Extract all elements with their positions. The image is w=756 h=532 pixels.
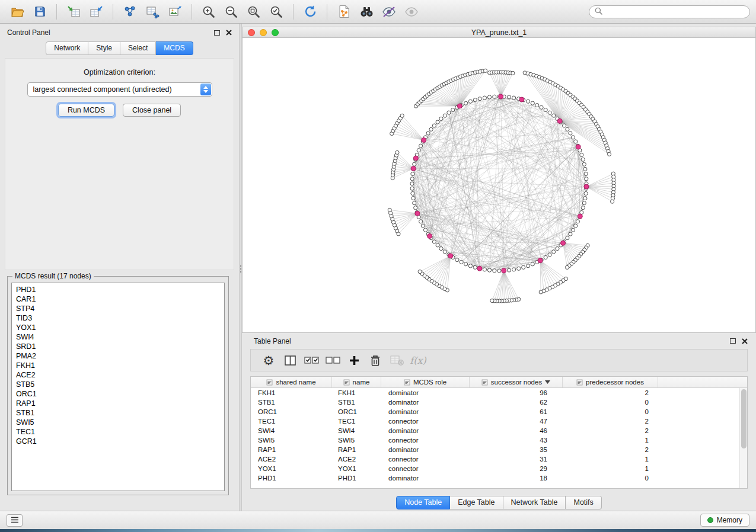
table-header: shared namenameMCDS rolesuccessor nodesp… bbox=[251, 377, 747, 388]
mcds-result-item[interactable]: PHD1 bbox=[16, 285, 224, 294]
mcds-result-item[interactable]: STB5 bbox=[16, 380, 224, 389]
mcds-result-item[interactable]: TEC1 bbox=[16, 427, 224, 437]
table-row[interactable]: FKH1FKH1dominator962 bbox=[251, 388, 739, 398]
column-header-MCDS-role[interactable]: MCDS role bbox=[381, 377, 470, 387]
toolbar-separator bbox=[327, 4, 327, 20]
tab-network[interactable]: Network bbox=[46, 41, 88, 55]
optimization-dropdown-value: largest connected component (undirected) bbox=[33, 85, 172, 94]
run-mcds-button[interactable]: Run MCDS bbox=[58, 104, 114, 117]
mcds-result-item[interactable]: SRD1 bbox=[16, 342, 224, 351]
save-session-icon[interactable] bbox=[29, 2, 50, 21]
tab-select[interactable]: Select bbox=[120, 41, 156, 55]
window-minimize-icon[interactable] bbox=[260, 29, 267, 36]
cell: 1 bbox=[563, 464, 658, 473]
column-header-successor-nodes[interactable]: successor nodes bbox=[470, 377, 563, 387]
hide-details-icon[interactable] bbox=[378, 2, 400, 21]
tab-motifs[interactable]: Motifs bbox=[566, 496, 601, 509]
zoom-out-icon[interactable] bbox=[221, 2, 242, 21]
zoom-in-icon[interactable] bbox=[198, 2, 219, 21]
mcds-result-item[interactable]: ORC1 bbox=[16, 389, 224, 399]
cell: dominator bbox=[381, 426, 470, 435]
table-body: FKH1FKH1dominator962STB1STB1dominator620… bbox=[251, 388, 739, 488]
table-row[interactable]: SWI4SWI4dominator462 bbox=[251, 426, 739, 435]
mcds-result-item[interactable]: STB1 bbox=[16, 408, 224, 418]
search-box[interactable] bbox=[589, 5, 750, 18]
search-binoculars-icon[interactable] bbox=[356, 2, 377, 21]
window-maximize-icon[interactable] bbox=[272, 29, 279, 36]
refresh-layout-icon[interactable] bbox=[299, 2, 321, 21]
column-header-shared-name[interactable]: shared name bbox=[251, 377, 332, 387]
dropdown-stepper-icon[interactable] bbox=[200, 84, 211, 95]
cell: 18 bbox=[470, 473, 563, 483]
table-row[interactable]: PHD1PHD1dominator180 bbox=[251, 473, 739, 483]
cell: SWI4 bbox=[251, 426, 332, 435]
mcds-result-item[interactable]: PMA2 bbox=[16, 351, 224, 361]
search-input[interactable] bbox=[606, 8, 744, 16]
new-network-icon[interactable] bbox=[119, 2, 141, 21]
mcds-result-list[interactable]: PHD1CAR1STP4TID3YOX1SWI4SRD1PMA2FKH1ACE2… bbox=[11, 283, 225, 491]
control-panel-tabs: NetworkStyleSelectMCDS bbox=[0, 41, 239, 55]
mcds-result-item[interactable]: GCR1 bbox=[16, 437, 224, 446]
table-row[interactable]: TEC1TEC1connector472 bbox=[251, 416, 739, 426]
network-title: YPA_prune.txt_1 bbox=[243, 28, 755, 37]
cell: SWI4 bbox=[332, 426, 381, 435]
select-all-icon[interactable] bbox=[301, 351, 322, 369]
optimization-dropdown[interactable]: largest connected component (undirected) bbox=[27, 82, 212, 97]
columns-icon[interactable] bbox=[279, 351, 301, 369]
mcds-result-item[interactable]: YOX1 bbox=[16, 323, 224, 332]
table-row[interactable]: YOX1YOX1connector291 bbox=[251, 464, 739, 473]
tab-edge-table[interactable]: Edge Table bbox=[450, 496, 503, 509]
network-table-icon[interactable] bbox=[142, 2, 163, 21]
memory-button[interactable]: Memory bbox=[700, 514, 749, 527]
search-icon bbox=[595, 7, 602, 17]
export-image-icon[interactable] bbox=[164, 2, 186, 21]
delete-row-icon[interactable] bbox=[365, 351, 386, 369]
table-row[interactable]: RAP1RAP1dominator352 bbox=[251, 445, 739, 454]
mcds-result-item[interactable]: FKH1 bbox=[16, 361, 224, 370]
toolbar-separator bbox=[113, 4, 113, 20]
network-canvas[interactable] bbox=[242, 38, 756, 333]
cell: ORC1 bbox=[251, 407, 332, 416]
network-titlebar[interactable]: YPA_prune.txt_1 bbox=[242, 27, 756, 38]
import-table-icon[interactable] bbox=[85, 2, 107, 21]
mcds-result-item[interactable]: RAP1 bbox=[16, 399, 224, 408]
add-row-icon[interactable] bbox=[343, 351, 365, 369]
table-row[interactable]: STB1STB1dominator620 bbox=[251, 398, 739, 407]
tab-style[interactable]: Style bbox=[88, 41, 120, 55]
menu-button[interactable] bbox=[7, 514, 23, 527]
column-header-predecessor-nodes[interactable]: predecessor nodes bbox=[563, 377, 658, 387]
mcds-result-item[interactable]: ACE2 bbox=[16, 370, 224, 380]
tab-mcds[interactable]: MCDS bbox=[156, 41, 193, 55]
mcds-result-item[interactable]: SWI5 bbox=[16, 418, 224, 427]
table-row[interactable]: ORC1ORC1dominator610 bbox=[251, 407, 739, 416]
show-eye-icon[interactable] bbox=[401, 2, 422, 21]
table-row[interactable]: ACE2ACE2connector311 bbox=[251, 454, 739, 464]
mcds-result-item[interactable]: SWI4 bbox=[16, 332, 224, 342]
column-header-name[interactable]: name bbox=[332, 377, 381, 387]
mcds-result-item[interactable]: STP4 bbox=[16, 304, 224, 313]
cell: 0 bbox=[563, 473, 658, 483]
cell: 62 bbox=[470, 398, 563, 407]
mcds-result-box: MCDS result (17 nodes) PHD1CAR1STP4TID3Y… bbox=[7, 276, 229, 495]
tab-network-table[interactable]: Network Table bbox=[503, 496, 566, 509]
import-network-icon[interactable] bbox=[63, 2, 84, 21]
export-network-icon[interactable] bbox=[333, 2, 355, 21]
window-close-icon[interactable] bbox=[248, 29, 255, 36]
open-session-icon[interactable] bbox=[7, 2, 28, 21]
deselect-all-icon[interactable] bbox=[322, 351, 343, 369]
zoom-selected-icon[interactable] bbox=[266, 2, 287, 21]
zoom-fit-icon[interactable] bbox=[243, 2, 264, 21]
mcds-result-item[interactable]: TID3 bbox=[16, 313, 224, 323]
settings-gear-icon[interactable]: ⚙ bbox=[258, 351, 279, 369]
close-panel-button[interactable]: Close panel bbox=[123, 104, 181, 117]
scrollbar-thumb[interactable] bbox=[741, 389, 747, 448]
close-panel-icon[interactable] bbox=[226, 30, 232, 36]
float-panel-icon[interactable] bbox=[214, 30, 220, 36]
mcds-result-item[interactable]: CAR1 bbox=[16, 294, 224, 304]
table-row[interactable]: SWI5SWI5connector431 bbox=[251, 435, 739, 445]
close-table-panel-icon[interactable] bbox=[742, 338, 748, 344]
table-scrollbar[interactable] bbox=[739, 388, 747, 488]
cell: 31 bbox=[470, 454, 563, 464]
tab-node-table[interactable]: Node Table bbox=[396, 496, 450, 509]
float-table-panel-icon[interactable] bbox=[730, 338, 736, 344]
